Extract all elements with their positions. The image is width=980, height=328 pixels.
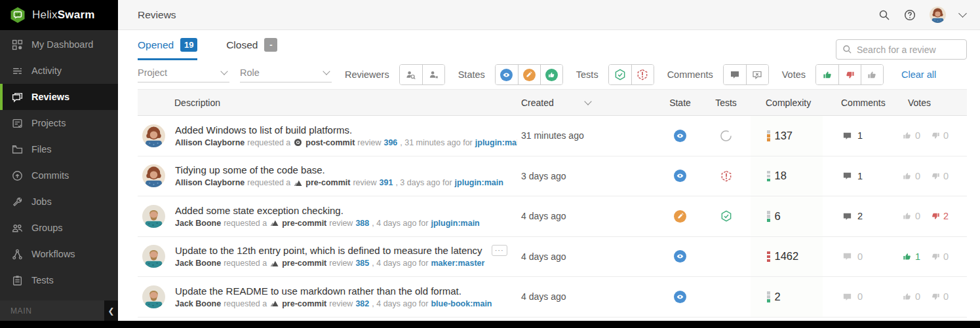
user-menu-chevron-icon[interactable] xyxy=(958,9,967,18)
review-title-link[interactable]: Update to the 12th entry point, which is… xyxy=(175,245,482,256)
reviewer-remove-button[interactable] xyxy=(422,65,444,84)
author-avatar[interactable] xyxy=(142,124,165,147)
author-avatar[interactable] xyxy=(142,164,165,187)
thumbs-up-icon xyxy=(903,131,912,140)
complexity-value: 18 xyxy=(775,170,787,182)
state-needs-review-button[interactable] xyxy=(496,65,518,84)
vote-down[interactable]: 2 xyxy=(931,211,949,221)
post-commit-icon xyxy=(294,138,302,147)
vote-down[interactable]: 0 xyxy=(931,291,949,302)
search-icon[interactable] xyxy=(878,9,890,21)
bottom-edge xyxy=(0,321,980,328)
reviews-table: Description Created State Tests Complexi… xyxy=(138,89,967,318)
votes-none-button[interactable] xyxy=(861,65,883,84)
votes-cell: 0 0 xyxy=(888,130,967,141)
review-subtitle: Jack Boone requested a pre-commit review… xyxy=(175,259,507,268)
column-header-complexity: Complexity xyxy=(751,98,823,108)
review-row[interactable]: Tidying up some of the code base. Alliso… xyxy=(138,156,967,197)
review-row[interactable]: Update to the 12th entry point, which is… xyxy=(138,237,967,278)
reviewer-search-button[interactable] xyxy=(400,65,422,84)
review-title-link[interactable]: Update the README to use markdown rather… xyxy=(175,285,461,297)
complexity-cell: 6 xyxy=(751,196,823,236)
sidebar-item-my-dashboard[interactable]: My Dashboard xyxy=(0,31,118,58)
review-row[interactable]: Added some state exception checking. Jac… xyxy=(138,196,967,237)
vote-up[interactable]: 1 xyxy=(903,251,920,262)
vote-down[interactable]: 0 xyxy=(931,251,949,262)
sidebar-item-tests[interactable]: Tests xyxy=(0,267,118,293)
state-approved-button[interactable] xyxy=(540,65,562,84)
votes-cell: 0 2 xyxy=(888,211,967,221)
review-title-link[interactable]: Added Windows to list of build platforms… xyxy=(175,124,352,136)
complexity-bar xyxy=(767,130,770,141)
vote-up[interactable]: 0 xyxy=(903,130,920,141)
vote-up[interactable]: 0 xyxy=(903,171,920,181)
tests-passed-button[interactable] xyxy=(609,65,631,84)
sidebar-item-groups[interactable]: Groups xyxy=(0,215,118,241)
tab-closed[interactable]: Closed - xyxy=(226,38,277,60)
tests-failed-button[interactable] xyxy=(631,65,654,84)
commits-icon xyxy=(12,170,23,181)
state-needs-revision-button[interactable] xyxy=(518,65,540,84)
review-id-link[interactable]: 388 xyxy=(355,219,369,228)
projects-icon xyxy=(12,118,23,129)
sidebar-item-label: Reviews xyxy=(31,92,69,102)
sidebar-item-label: Workflows xyxy=(31,249,75,259)
branch-link[interactable]: jplugin:main xyxy=(431,219,479,228)
branch-link[interactable]: jplugin:main xyxy=(455,178,503,187)
sidebar-item-workflows[interactable]: Workflows xyxy=(0,241,118,267)
vote-down[interactable]: 0 xyxy=(931,130,949,141)
sidebar-item-jobs[interactable]: Jobs xyxy=(0,189,118,215)
review-search-input[interactable] xyxy=(857,45,960,55)
project-filter-dropdown[interactable]: Project xyxy=(138,67,229,82)
author-avatar[interactable] xyxy=(142,245,165,268)
complexity-bar xyxy=(767,291,770,302)
votes-cell: 0 0 xyxy=(888,291,967,302)
comments-none-button[interactable] xyxy=(746,65,768,84)
sidebar-item-reviews[interactable]: Reviews xyxy=(0,84,118,110)
activity-icon xyxy=(12,65,23,77)
author-avatar[interactable] xyxy=(142,205,165,228)
review-row[interactable]: Update the README to use markdown rather… xyxy=(138,277,967,318)
thumbs-up-icon xyxy=(903,211,912,221)
branch-link[interactable]: blue-book:main xyxy=(431,299,492,308)
sidebar-item-activity[interactable]: Activity xyxy=(0,58,118,84)
thumbs-down-icon xyxy=(931,131,940,140)
help-icon[interactable] xyxy=(904,9,916,21)
expand-description-button[interactable]: ··· xyxy=(492,245,507,256)
clear-all-filters-link[interactable]: Clear all xyxy=(901,69,936,80)
vote-up[interactable]: 0 xyxy=(903,291,920,302)
column-header-created[interactable]: Created xyxy=(521,98,659,108)
created-cell: 4 days ago xyxy=(521,291,659,302)
sidebar-item-projects[interactable]: Projects xyxy=(0,110,118,136)
votes-up-button[interactable] xyxy=(816,65,838,84)
sidebar-collapse-button[interactable]: ❮ xyxy=(104,301,118,321)
branch-link[interactable]: jplugin:main xyxy=(475,138,517,147)
vote-up[interactable]: 0 xyxy=(903,211,920,221)
app-logo[interactable]: HelixSwarm xyxy=(0,0,118,30)
state-cell xyxy=(659,210,701,223)
sidebar-item-files[interactable]: Files xyxy=(0,136,118,162)
author-avatar[interactable] xyxy=(142,285,165,308)
branch-link[interactable]: maker:master xyxy=(431,259,484,268)
comments-open-button[interactable] xyxy=(724,65,746,84)
review-id-link[interactable]: 396 xyxy=(383,138,397,147)
review-title-link[interactable]: Tidying up some of the code base. xyxy=(175,164,325,175)
state-cell xyxy=(659,250,701,263)
complexity-bar xyxy=(767,251,770,263)
vote-down[interactable]: 0 xyxy=(931,171,949,181)
votes-down-button[interactable] xyxy=(838,65,861,84)
search-icon xyxy=(842,45,852,54)
user-avatar[interactable] xyxy=(930,7,946,23)
review-id-link[interactable]: 391 xyxy=(380,178,393,187)
review-title-link[interactable]: Added some state exception checking. xyxy=(175,205,343,216)
sidebar-item-commits[interactable]: Commits xyxy=(0,162,118,189)
review-row[interactable]: Added Windows to list of build platforms… xyxy=(138,116,967,156)
tab-opened[interactable]: Opened 19 xyxy=(138,38,197,60)
review-id-link[interactable]: 385 xyxy=(355,259,369,268)
role-filter-dropdown[interactable]: Role xyxy=(240,67,332,82)
review-id-link[interactable]: 382 xyxy=(355,299,369,308)
needs-review-icon xyxy=(674,130,686,142)
state-cell xyxy=(659,291,701,303)
chevron-down-icon xyxy=(323,67,330,75)
state-cell xyxy=(659,170,701,182)
